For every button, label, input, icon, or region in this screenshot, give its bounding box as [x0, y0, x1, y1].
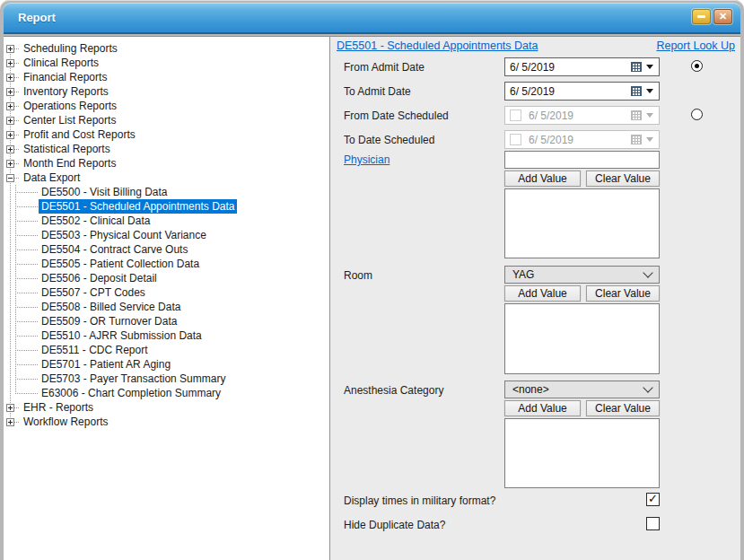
report-lookup-link[interactable]: Report Look Up — [656, 39, 735, 52]
physician-input[interactable] — [504, 151, 660, 169]
tree-item-label: Clinical Reports — [21, 56, 101, 70]
report-tree: Scheduling ReportsClinical ReportsFinanc… — [4, 37, 330, 560]
to-admit-date-label: To Admit Date — [344, 85, 411, 98]
tree-connector — [15, 293, 38, 293]
tree-item-de5510-ajrr-submission-data[interactable]: DE5510 - AJRR Submission Data — [6, 328, 329, 343]
anesthesia-add-value-button[interactable]: Add Value — [504, 400, 581, 416]
room-list[interactable] — [504, 303, 660, 374]
tree-connector — [15, 192, 38, 193]
tree-connector — [14, 92, 20, 92]
physician-add-value-button[interactable]: Add Value — [504, 171, 581, 187]
date-enable-checkbox[interactable] — [510, 109, 521, 121]
date-enable-checkbox[interactable] — [510, 134, 521, 145]
room-clear-value-button[interactable]: Clear Value — [586, 285, 660, 302]
room-dropdown[interactable]: YAG — [504, 266, 660, 284]
expand-icon[interactable] — [6, 418, 14, 426]
tree-item-de5703-payer-transaction-summary[interactable]: DE5703 - Payer Transaction Summary — [6, 372, 329, 386]
from-date-scheduled-label: From Date Scheduled — [344, 109, 449, 122]
tree-item-de5701-patient-ar-aging[interactable]: DE5701 - Patient AR Aging — [6, 357, 329, 372]
scheduled-date-range-radio[interactable] — [691, 109, 703, 120]
tree-item-inventory-reports[interactable]: Inventory Reports — [6, 84, 329, 99]
tree-item-de5506-deposit-detail[interactable]: DE5506 - Deposit Detail — [6, 271, 329, 285]
physician-clear-value-button[interactable]: Clear Value — [586, 171, 660, 187]
tree-item-scheduling-reports[interactable]: Scheduling Reports — [6, 41, 329, 56]
tree-item-de5507-cpt-codes[interactable]: DE5507 - CPT Codes — [6, 285, 329, 300]
tree-item-profit-and-cost-reports[interactable]: Profit and Cost Reports — [6, 127, 329, 142]
to-date-scheduled-field[interactable]: 6/ 5/2019 — [504, 130, 660, 149]
tree-connector — [14, 178, 20, 179]
tree-item-de5511-cdc-report[interactable]: DE5511 - CDC Report — [6, 343, 329, 357]
expand-icon[interactable] — [6, 131, 14, 139]
tree-item-de5505-patient-collection-data[interactable]: DE5505 - Patient Collection Data — [6, 257, 329, 271]
tree-item-label: DE5511 - CDC Report — [39, 343, 151, 357]
tree-item-data-export[interactable]: Data Export — [6, 171, 329, 185]
anesthesia-list[interactable] — [504, 418, 660, 488]
tree-connector — [14, 48, 20, 49]
from-admit-date-field[interactable]: 6/ 5/2019 — [504, 57, 660, 76]
date-value: 6/ 5/2019 — [529, 134, 631, 146]
tree-item-workflow-reports[interactable]: Workflow Reports — [6, 415, 329, 429]
tree-item-de5500-visit-billing-data[interactable]: DE5500 - Visit Billing Data — [6, 185, 329, 199]
tree-connector — [15, 307, 38, 308]
expand-icon[interactable] — [6, 45, 14, 53]
to-admit-date-field[interactable]: 6/ 5/2019 — [504, 82, 660, 101]
tree-connector — [14, 407, 20, 408]
expand-icon[interactable] — [6, 404, 14, 412]
tree-item-de5503-physical-count-variance[interactable]: DE5503 - Physical Count Variance — [6, 228, 329, 242]
dropdown-arrow-icon[interactable] — [646, 65, 653, 69]
room-label: Room — [344, 269, 372, 282]
close-button[interactable]: ✕ — [713, 9, 732, 24]
tree-item-operations-reports[interactable]: Operations Reports — [6, 99, 329, 113]
report-title-link[interactable]: DE5501 - Scheduled Appointments Data — [337, 39, 538, 52]
title-bar: Report ✕ — [4, 3, 740, 34]
tree-item-ehr-reports[interactable]: EHR - Reports — [6, 400, 329, 415]
expand-icon[interactable] — [6, 117, 14, 125]
tree-item-label: EHR - Reports — [21, 400, 96, 415]
tree-item-label: DE5501 - Scheduled Appointments Data — [39, 199, 237, 214]
anesthesia-clear-value-button[interactable]: Clear Value — [586, 400, 660, 416]
tree-item-label: Scheduling Reports — [21, 41, 120, 56]
tree-item-label: E63006 - Chart Completion Summary — [39, 386, 223, 400]
tree-item-label: DE5500 - Visit Billing Data — [39, 185, 171, 199]
minimize-button[interactable] — [692, 9, 711, 24]
tree-item-e63006-chart-completion-summary[interactable]: E63006 - Chart Completion Summary — [6, 386, 329, 400]
chevron-down-icon — [643, 382, 652, 392]
tree-item-de5504-contract-carve-outs[interactable]: DE5504 - Contract Carve Outs — [6, 242, 329, 257]
hide-duplicate-data-label: Hide Duplicate Data? — [344, 519, 445, 531]
room-add-value-button[interactable]: Add Value — [504, 285, 581, 302]
tree-item-month-end-reports[interactable]: Month End Reports — [6, 156, 329, 171]
collapse-icon[interactable] — [6, 174, 14, 182]
admit-date-range-radio[interactable] — [691, 60, 703, 72]
tree-item-de5502-clinical-data[interactable]: DE5502 - Clinical Data — [6, 214, 329, 228]
expand-icon[interactable] — [6, 88, 14, 96]
tree-item-clinical-reports[interactable]: Clinical Reports — [6, 56, 329, 70]
expand-icon[interactable] — [6, 160, 14, 168]
calendar-icon[interactable] — [631, 86, 642, 96]
tree-item-center-list-reports[interactable]: Center List Reports — [6, 113, 329, 127]
tree-item-de5509-or-turnover-data[interactable]: DE5509 - OR Turnover Data — [6, 314, 329, 328]
tree-connector — [15, 379, 38, 380]
tree-item-financial-reports[interactable]: Financial Reports — [6, 70, 329, 84]
tree-item-de5508-billed-service-data[interactable]: DE5508 - Billed Service Data — [6, 300, 329, 314]
calendar-icon[interactable] — [631, 62, 642, 72]
anesthesia-category-dropdown[interactable]: <none> — [504, 381, 660, 398]
report-form-panel: DE5501 - Scheduled Appointments Data Rep… — [330, 37, 740, 560]
physician-link[interactable]: Physician — [344, 153, 390, 166]
military-format-checkbox[interactable] — [646, 493, 660, 506]
expand-icon[interactable] — [6, 74, 14, 82]
expand-icon[interactable] — [6, 59, 14, 67]
tree-connector — [14, 120, 20, 121]
tree-connector — [14, 135, 20, 136]
physician-list[interactable] — [504, 188, 660, 258]
tree-connector — [15, 249, 38, 250]
hide-duplicate-data-checkbox[interactable] — [646, 517, 660, 530]
tree-item-de5501-scheduled-appointments-data[interactable]: DE5501 - Scheduled Appointments Data — [6, 199, 329, 214]
tree-item-statistical-reports[interactable]: Statistical Reports — [6, 142, 329, 156]
expand-icon[interactable] — [6, 145, 14, 153]
from-date-scheduled-field[interactable]: 6/ 5/2019 — [504, 106, 660, 125]
tree-item-label: Month End Reports — [21, 156, 118, 171]
tree-connector — [15, 264, 38, 265]
expand-icon[interactable] — [6, 102, 14, 110]
tree-item-label: DE5510 - AJRR Submission Data — [39, 328, 205, 343]
dropdown-arrow-icon[interactable] — [646, 89, 653, 93]
